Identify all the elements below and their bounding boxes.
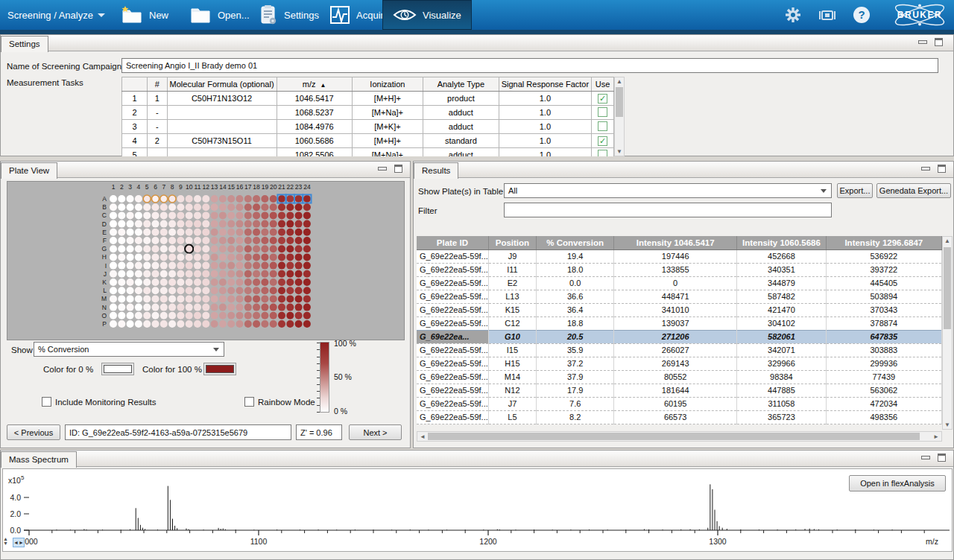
well-I11[interactable] [194,262,201,270]
well-C8[interactable] [168,211,176,219]
well-E8[interactable] [168,229,176,236]
well-L22[interactable] [286,287,294,294]
well-O23[interactable] [295,312,303,319]
well-N10[interactable] [186,304,193,311]
well-H2[interactable] [118,253,125,261]
well-G18[interactable] [253,245,260,252]
well-C22[interactable] [286,211,294,219]
well-J12[interactable] [202,270,209,278]
well-O12[interactable] [202,312,209,319]
well-L17[interactable] [244,287,252,294]
well-F1[interactable] [110,237,117,244]
column-header[interactable]: Analyte Type [423,77,499,92]
well-K7[interactable] [160,279,168,286]
well-D19[interactable] [261,220,268,228]
well-C9[interactable] [177,211,184,219]
well-M4[interactable] [135,295,142,302]
well-B22[interactable] [286,203,294,211]
well-K15[interactable] [227,279,235,286]
well-M16[interactable] [236,295,244,302]
well-B11[interactable] [194,203,201,211]
well-F16[interactable] [236,237,244,244]
well-B3[interactable] [127,203,134,211]
show-plates-combo[interactable]: All [504,183,832,198]
well-B12[interactable] [202,203,209,211]
well-D12[interactable] [202,220,209,228]
well-H6[interactable] [152,253,159,261]
well-H17[interactable] [244,253,252,261]
column-header[interactable]: % Conversion [537,236,614,249]
well-O3[interactable] [127,312,134,319]
column-header[interactable]: Use [592,77,614,92]
well-C7[interactable] [160,211,168,219]
well-J4[interactable] [135,270,142,278]
well-M9[interactable] [177,295,184,302]
well-A18[interactable] [253,195,260,203]
well-M15[interactable] [227,295,235,302]
well-L9[interactable] [177,287,184,294]
well-M6[interactable] [152,295,159,302]
well-I18[interactable] [253,262,260,270]
maximize-icon[interactable] [935,38,943,46]
well-L19[interactable] [261,287,268,294]
well-J17[interactable] [244,270,252,278]
well-M20[interactable] [270,295,277,302]
well-I24[interactable] [303,262,311,270]
well-L4[interactable] [135,287,142,294]
well-H20[interactable] [270,253,277,261]
well-O10[interactable] [186,312,193,319]
result-row[interactable]: G_69e22ea5-59f...L58.266573365723498356 [417,410,942,424]
result-row[interactable]: G_69e22ea5-59f...H1537.22691433299662999… [417,357,942,370]
maximize-icon[interactable] [394,165,402,173]
well-A20[interactable] [270,195,277,203]
column-header[interactable]: Molecular Formula (optional) [167,77,277,92]
minimize-icon[interactable] [921,456,930,459]
well-D16[interactable] [236,220,244,228]
well-I19[interactable] [261,262,268,270]
well-F19[interactable] [261,237,268,244]
well-G16[interactable] [236,245,244,252]
well-F11[interactable] [194,237,201,244]
well-G3[interactable] [127,245,134,252]
well-O4[interactable] [135,312,142,319]
color0-swatch[interactable] [101,363,134,375]
well-G10[interactable] [185,245,193,253]
well-K16[interactable] [236,279,244,286]
well-B8[interactable] [168,203,176,211]
well-C13[interactable] [211,211,218,219]
well-O5[interactable] [143,312,151,319]
well-N23[interactable] [295,304,303,311]
well-J16[interactable] [236,270,244,278]
export-button[interactable]: Export... [837,183,873,198]
scrollbar-thumb[interactable] [944,247,951,329]
well-M18[interactable] [253,295,260,302]
well-J20[interactable] [270,270,277,278]
well-A23[interactable] [295,195,303,203]
well-G11[interactable] [194,245,201,252]
well-G9[interactable] [177,245,184,252]
well-N16[interactable] [236,304,244,311]
result-row[interactable]: G_69e22ea5-59f...L1336.64484715874825038… [417,290,942,303]
well-O17[interactable] [244,312,252,319]
well-J15[interactable] [227,270,235,278]
maximize-icon[interactable] [938,165,946,173]
well-F14[interactable] [219,237,227,244]
well-A15[interactable] [227,195,235,203]
well-H5[interactable] [143,253,151,261]
well-A17[interactable] [244,195,252,203]
well-D3[interactable] [127,220,134,228]
result-row[interactable]: G_69e22ea5-59f...I1118.01338553403513937… [417,263,942,276]
well-G2[interactable] [118,245,125,252]
well-H16[interactable] [236,253,244,261]
campaign-name-input[interactable]: Screening Angio I_II Brady demo 01 [121,58,938,73]
well-O24[interactable] [303,312,311,319]
well-P19[interactable] [261,320,268,328]
next-button[interactable]: Next > [349,424,402,440]
well-M13[interactable] [211,295,218,302]
well-G14[interactable] [219,245,227,252]
well-E17[interactable] [244,229,252,236]
well-L1[interactable] [110,287,117,294]
well-I4[interactable] [135,262,142,270]
well-D2[interactable] [118,220,125,228]
well-N14[interactable] [219,304,227,311]
